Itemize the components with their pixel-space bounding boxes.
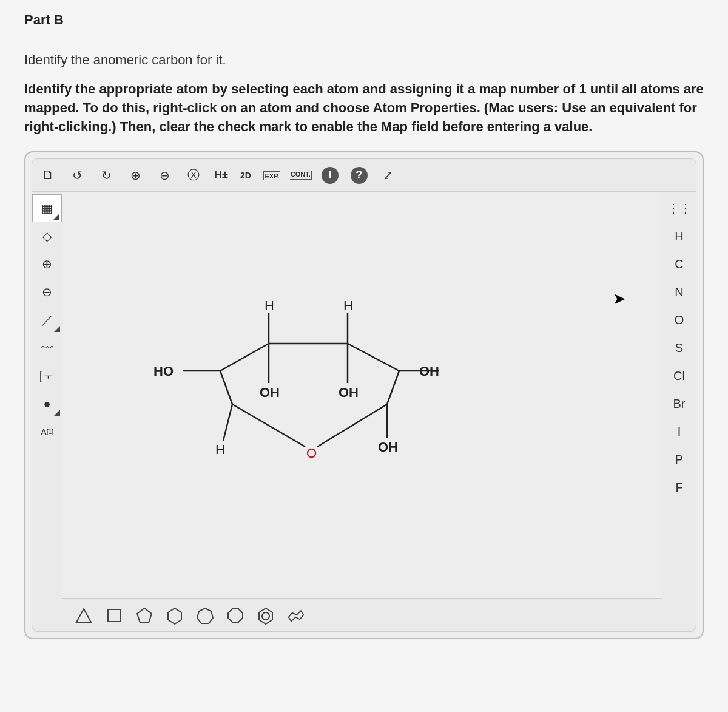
hydrogens-button[interactable]: H± — [212, 164, 231, 186]
stereo-tool[interactable]: ● — [32, 390, 62, 418]
info-button[interactable]: i — [319, 164, 341, 186]
svg-marker-15 — [76, 609, 91, 622]
svg-line-4 — [387, 371, 399, 404]
group-tool[interactable]: [⫟ — [32, 362, 62, 390]
square-ring-icon[interactable] — [105, 606, 123, 625]
help-button[interactable]: ? — [348, 164, 370, 186]
redo-icon[interactable]: ↻ — [95, 164, 117, 186]
info-icon: i — [322, 167, 339, 184]
element-F[interactable]: F — [662, 473, 696, 501]
element-Br[interactable]: Br — [662, 390, 696, 418]
svg-marker-17 — [137, 608, 152, 623]
pentagon-ring-icon[interactable] — [135, 606, 153, 625]
delete-icon[interactable]: ⓧ — [183, 164, 204, 186]
charge-plus-tool[interactable]: ⊕ — [32, 250, 62, 278]
fullscreen-icon[interactable]: ⤢ — [377, 164, 399, 186]
editor-frame: 🗋 ↺ ↻ ⊕ ⊖ ⓧ H± 2D EXP. CONT. i ? ⤢ — [24, 151, 704, 639]
bottom-toolbar — [62, 598, 662, 631]
single-bond-tool[interactable]: ／ — [32, 306, 62, 334]
element-P[interactable]: P — [662, 446, 696, 473]
atom-label-OH3: OH — [378, 439, 398, 455]
svg-marker-20 — [228, 608, 243, 623]
map-tool[interactable]: A[1] — [32, 418, 62, 446]
triangle-ring-icon[interactable] — [75, 606, 93, 625]
to-2d-button[interactable]: 2D — [238, 164, 254, 186]
periodic-table-button[interactable]: ⋮⋮ — [662, 194, 696, 222]
part-label: Part B — [24, 12, 704, 28]
atom-label-HO: HO — [153, 364, 174, 379]
atom-label-O: O — [306, 446, 317, 461]
octagon-ring-icon[interactable] — [226, 606, 244, 625]
element-H[interactable]: H — [662, 222, 696, 250]
zoom-out-icon[interactable]: ⊖ — [153, 164, 175, 186]
svg-marker-19 — [197, 608, 213, 623]
heptagon-ring-icon[interactable] — [196, 606, 214, 625]
svg-rect-16 — [108, 609, 120, 622]
expand-button[interactable]: EXP. — [261, 164, 283, 186]
element-S[interactable]: S — [662, 334, 696, 362]
contract-button[interactable]: CONT. — [290, 164, 312, 186]
editor: 🗋 ↺ ↻ ⊕ ⊖ ⓧ H± 2D EXP. CONT. i ? ⤢ — [32, 158, 696, 632]
hexagon-ring-icon[interactable] — [166, 606, 184, 625]
atom-label-OH4: OH — [419, 364, 439, 379]
svg-line-1 — [220, 371, 232, 404]
drawing-canvas[interactable]: HO OH OH OH OH H H H O — [62, 192, 662, 598]
molecule-structure[interactable]: HO OH OH OH OH H H H O — [117, 277, 445, 483]
svg-line-7 — [220, 344, 269, 371]
benzene-ring-icon[interactable] — [257, 606, 275, 625]
element-I[interactable]: I — [662, 418, 696, 446]
question-prompt: Identify the anomeric carbon for it. — [24, 52, 704, 68]
undo-icon[interactable]: ↺ — [66, 164, 88, 186]
right-toolbar: ⋮⋮ H C N O S Cl Br I P F — [662, 192, 696, 598]
help-icon: ? — [351, 167, 368, 184]
svg-point-22 — [262, 612, 269, 620]
charge-minus-tool[interactable]: ⊖ — [32, 278, 62, 306]
svg-line-3 — [317, 404, 387, 447]
mouse-cursor-icon: ➤ — [613, 290, 728, 308]
element-O[interactable]: O — [662, 306, 696, 334]
svg-line-12 — [223, 404, 232, 441]
zoom-in-icon[interactable]: ⊕ — [124, 164, 146, 186]
top-toolbar: 🗋 ↺ ↻ ⊕ ⊖ ⓧ H± 2D EXP. CONT. i ? ⤢ — [32, 159, 696, 192]
cyclohexane-chair-icon[interactable] — [287, 606, 305, 625]
element-Cl[interactable]: Cl — [662, 362, 696, 390]
cont-label: CONT. — [291, 171, 311, 178]
atom-label-H3: H — [215, 442, 225, 457]
atom-label-H2: H — [343, 298, 353, 313]
svg-marker-18 — [168, 608, 181, 624]
svg-line-5 — [348, 344, 399, 371]
atom-label-H1: H — [265, 298, 274, 313]
chain-tool[interactable]: 〰 — [32, 334, 62, 362]
atom-label-OH1: OH — [260, 385, 280, 400]
new-icon[interactable]: 🗋 — [37, 164, 59, 186]
marquee-tool[interactable]: ▦ — [32, 194, 62, 222]
svg-marker-21 — [259, 608, 272, 624]
exp-label: EXP. — [265, 172, 279, 180]
eraser-tool[interactable]: ◇ — [32, 222, 62, 250]
svg-line-2 — [232, 404, 305, 447]
atom-label-OH2: OH — [339, 385, 359, 400]
element-C[interactable]: C — [662, 250, 696, 278]
left-toolbar: ▦ ◇ ⊕ ⊖ ／ 〰 [⫟ ● A[1] — [32, 192, 62, 598]
instructions: Identify the appropriate atom by selecti… — [24, 80, 704, 136]
